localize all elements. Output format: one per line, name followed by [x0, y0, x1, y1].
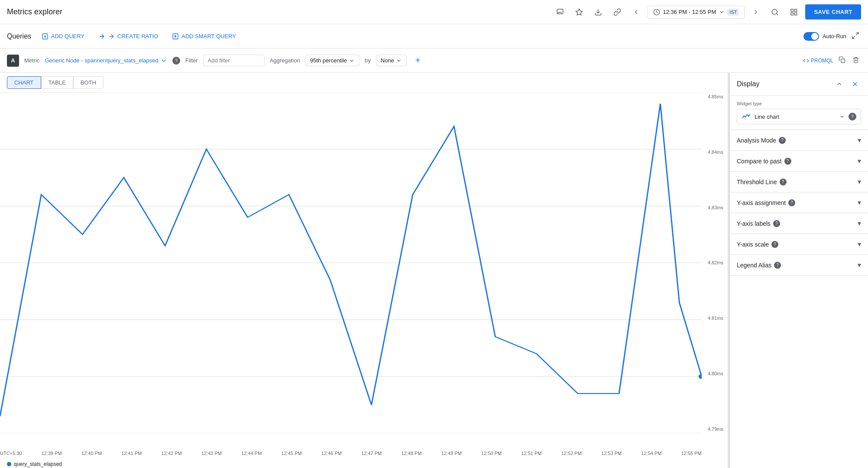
- x-label-3: 12:41 PM: [121, 451, 142, 456]
- svg-rect-7: [791, 13, 794, 15]
- analysis-mode-label: Analysis Mode: [737, 137, 776, 144]
- app-title: Metrics explorer: [7, 7, 62, 16]
- queries-label: Queries: [7, 32, 31, 40]
- filter-box[interactable]: [203, 55, 265, 66]
- widget-type-label: Widget type: [737, 101, 861, 106]
- metric-help-icon[interactable]: ?: [172, 57, 180, 65]
- analysis-mode-help[interactable]: ?: [779, 137, 786, 144]
- promql-label: PROMQL: [811, 58, 833, 64]
- feedback-icon-btn[interactable]: [552, 4, 568, 20]
- legend-alias-help[interactable]: ?: [774, 262, 781, 269]
- download-icon-btn[interactable]: [590, 4, 606, 20]
- app-header: Metrics explorer 12:36 PM - 12:55 PM IST: [0, 0, 868, 24]
- panel-header-icons: [833, 78, 861, 90]
- x-label-8: 12:46 PM: [321, 451, 342, 456]
- time-range-selector[interactable]: 12:36 PM - 12:55 PM IST: [648, 6, 745, 19]
- analysis-mode-left: Analysis Mode ?: [737, 137, 786, 144]
- metric-dropdown-icon: [160, 57, 167, 64]
- y-label-5: 4.81ms: [708, 315, 723, 321]
- y-axis-labels-left: Y-axis labels ?: [737, 220, 780, 227]
- create-ratio-button[interactable]: CREATE RATIO: [95, 30, 162, 42]
- bookmark-icon-btn[interactable]: [571, 4, 587, 20]
- y-axis-assignment-chevron: ▾: [858, 198, 861, 207]
- grid-icon-btn[interactable]: [786, 4, 802, 20]
- panel-sort-icon-btn[interactable]: [833, 78, 845, 90]
- tab-table[interactable]: TABLE: [41, 76, 73, 89]
- add-smart-query-button[interactable]: ADD SMART QUERY: [168, 30, 240, 42]
- create-ratio-label: CREATE RATIO: [117, 33, 158, 39]
- y-axis-assignment-section[interactable]: Y-axis assignment ? ▾: [730, 192, 868, 213]
- add-query-icon: [42, 33, 49, 40]
- svg-line-17: [852, 36, 855, 39]
- y-axis-labels-section[interactable]: Y-axis labels ? ▾: [730, 213, 868, 234]
- create-ratio-icon2: [108, 33, 115, 40]
- x-label-12: 12:50 PM: [481, 451, 502, 456]
- analysis-mode-section[interactable]: Analysis Mode ? ▾: [730, 130, 868, 151]
- header-actions: 12:36 PM - 12:55 PM IST SAVE CHART: [552, 4, 861, 20]
- nav-prev-btn[interactable]: [628, 4, 644, 20]
- widget-type-selector[interactable]: Line chart ?: [737, 109, 861, 124]
- y-label-7: 4.79ms: [708, 426, 723, 432]
- nav-next-btn[interactable]: [748, 4, 764, 20]
- y-label-6: 4.80ms: [708, 371, 723, 376]
- compare-to-past-chevron: ▾: [858, 157, 861, 165]
- threshold-line-help[interactable]: ?: [780, 179, 787, 185]
- tab-both[interactable]: BOTH: [73, 76, 104, 89]
- none-value: None: [381, 57, 394, 64]
- threshold-line-chevron: ▾: [858, 178, 861, 186]
- y-label-2: 4.84ms: [708, 150, 723, 155]
- x-label-14: 12:52 PM: [561, 451, 582, 456]
- y-label-1: 4.85ms: [708, 94, 723, 99]
- metric-label-text: Metric: [24, 57, 39, 64]
- compare-to-past-section[interactable]: Compare to past ? ▾: [730, 151, 868, 172]
- panel-title: Display: [737, 80, 759, 88]
- metric-value: Generic Node - spanner/query_stats_elaps…: [45, 57, 158, 64]
- add-filter-button[interactable]: +: [412, 55, 424, 67]
- metric-row: A Metric Generic Node - spanner/query_st…: [0, 49, 868, 73]
- x-label-11: 12:49 PM: [441, 451, 462, 456]
- filter-input[interactable]: [208, 57, 260, 64]
- widget-type-text: Line chart: [755, 114, 839, 120]
- copy-metric-button[interactable]: [837, 55, 847, 66]
- promql-button[interactable]: PROMQL: [803, 58, 833, 64]
- panel-collapse-icon-btn[interactable]: [849, 78, 861, 90]
- search-icon-btn[interactable]: [767, 4, 783, 20]
- y-axis-labels-label: Y-axis labels: [737, 220, 771, 227]
- y-axis-labels-help[interactable]: ?: [773, 220, 780, 227]
- add-query-button[interactable]: ADD QUERY: [38, 30, 88, 42]
- y-axis-assignment-help[interactable]: ?: [788, 199, 795, 206]
- x-label-1: 12:39 PM: [42, 451, 62, 456]
- none-selector[interactable]: None: [376, 55, 407, 66]
- aggregation-selector[interactable]: 95th percentile: [305, 55, 360, 66]
- x-label-13: 12:51 PM: [521, 451, 541, 456]
- tab-chart[interactable]: CHART: [7, 76, 41, 89]
- y-label-4: 4.82ms: [708, 260, 723, 265]
- aggregation-value: 95th percentile: [310, 57, 347, 64]
- toggle-knob: [811, 33, 818, 40]
- chart-end-dot: [699, 374, 702, 379]
- compare-to-past-help[interactable]: ?: [784, 158, 791, 165]
- legend-series: query_stats_elapsed: [14, 461, 62, 467]
- svg-rect-5: [791, 9, 794, 11]
- threshold-line-section[interactable]: Threshold Line ? ▾: [730, 172, 868, 192]
- save-chart-button[interactable]: SAVE CHART: [805, 4, 861, 20]
- delete-metric-button[interactable]: [851, 55, 861, 66]
- metric-selector[interactable]: Generic Node - spanner/query_stats_elaps…: [45, 57, 167, 64]
- widget-help-icon[interactable]: ?: [849, 113, 856, 120]
- x-label-6: 12:44 PM: [241, 451, 262, 456]
- collapse-button[interactable]: [850, 30, 861, 42]
- timezone-badge: IST: [727, 9, 739, 16]
- x-label-5: 12:43 PM: [201, 451, 222, 456]
- legend-dot: [7, 462, 11, 466]
- panel-header: Display: [730, 73, 868, 96]
- aggregation-label-text: Aggregation: [270, 57, 300, 64]
- link-icon-btn[interactable]: [609, 4, 625, 20]
- y-axis-scale-section[interactable]: Y-axis scale ? ▾: [730, 234, 868, 255]
- y-axis-scale-chevron: ▾: [858, 240, 861, 248]
- y-axis-scale-help[interactable]: ?: [771, 241, 778, 248]
- auto-run-label: Auto-Run: [823, 33, 846, 39]
- x-label-0: UTC+5:30: [0, 451, 22, 456]
- legend-alias-section[interactable]: Legend Alias ? ▾: [730, 255, 868, 276]
- display-panel: Display Widget type Line chart ?: [729, 73, 868, 468]
- auto-run-toggle[interactable]: [803, 32, 819, 41]
